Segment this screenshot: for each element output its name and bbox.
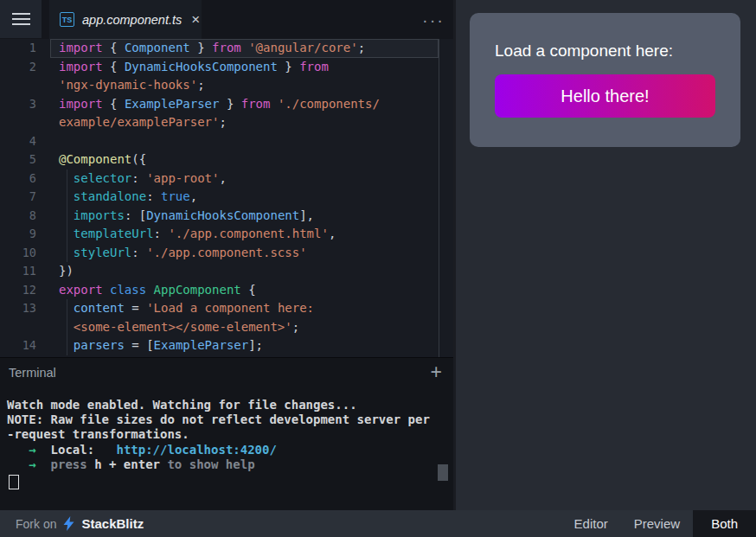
hamburger-icon [12,23,30,25]
code-row: 'ngx-dynamic-hooks'; [0,76,453,95]
preview-panel: Load a component here: Hello there! [456,0,756,510]
code-editor[interactable]: 1import { Component } from '@angular/cor… [0,39,453,357]
terminal-title: Terminal [9,366,56,380]
editor-ruler [439,39,439,357]
code-row: 14 parsers = [ExampleParser]; [0,336,453,355]
code-row: 11}) [0,262,453,281]
code-row: 1import { Component } from '@angular/cor… [0,39,453,58]
menu-button[interactable] [0,0,42,38]
code-row: 7 standalone: true, [0,188,453,207]
terminal-line: → Local: http://localhost:4200/ [7,443,434,457]
code-row: <some-element></some-element>'; [0,318,453,337]
view-mode-tabs: Editor Preview Both [561,510,756,537]
code-row: 9 templateUrl: './app.component.html', [0,225,453,244]
code-row: 13 content = 'Load a component here: [0,299,453,318]
terminal-line: Watch mode enabled. Watching for file ch… [7,398,434,412]
code-row: 12export class AppComponent { [0,281,453,300]
code-row: 10 styleUrl: './app.component.scss' [0,244,453,263]
code-row: 2import { DynamicHooksComponent } from [0,58,453,77]
fork-on-stackblitz-link[interactable]: Fork on StackBlitz [16,516,144,531]
code-row: 5@Component({ [0,150,453,169]
bar-tab-preview[interactable]: Preview [621,510,693,537]
preview-card: Load a component here: Hello there! [470,13,740,147]
code-row: 8 imports: [DynamicHooksComponent], [0,207,453,226]
bar-tab-editor[interactable]: Editor [561,510,621,537]
stackblitz-app: TS app.component.ts × ··· 1import { Comp… [0,0,756,537]
terminal-line: → press h + enter to show help [7,457,434,472]
editor-panel: TS app.component.ts × ··· 1import { Comp… [0,0,453,510]
terminal-panel[interactable]: Terminal + Watch mode enabled. Watching … [0,357,453,510]
bar-tab-both[interactable]: Both [693,510,756,537]
code-row: example/exampleParser'; [0,113,453,132]
hello-there-button[interactable]: Hello there! [495,74,715,118]
code-row: 3import { ExampleParser } from './compon… [0,95,453,114]
lightning-bolt-icon [62,516,75,531]
preview-heading: Load a component here: [495,42,715,61]
code-area: 1import { Component } from '@angular/cor… [0,39,453,355]
file-tab-label: app.component.ts [82,13,182,27]
code-row: 6 selector: 'app-root', [0,169,453,189]
hamburger-icon [12,18,30,20]
terminal-line: NOTE: Raw file sizes do not reflect deve… [7,412,434,427]
new-terminal-button[interactable]: + [431,361,442,385]
terminal-scrollbar[interactable] [438,464,448,481]
fork-on-label: Fork on [16,517,56,531]
terminal-cursor [9,475,19,489]
terminal-line: -request transformations. [7,427,434,442]
stackblitz-brand-label: StackBlitz [81,516,144,531]
file-tab[interactable]: TS app.component.ts × [49,0,202,39]
terminal-output: Watch mode enabled. Watching for file ch… [7,398,434,489]
typescript-icon: TS [60,12,74,27]
code-row: 4 [0,132,453,151]
bottom-bar: Fork on StackBlitz Editor Preview Both [0,510,756,537]
editor-tabbar: TS app.component.ts × ··· [0,0,453,39]
close-tab-icon[interactable]: × [191,12,200,27]
hamburger-icon [12,13,30,15]
more-options-icon[interactable]: ··· [422,10,445,29]
